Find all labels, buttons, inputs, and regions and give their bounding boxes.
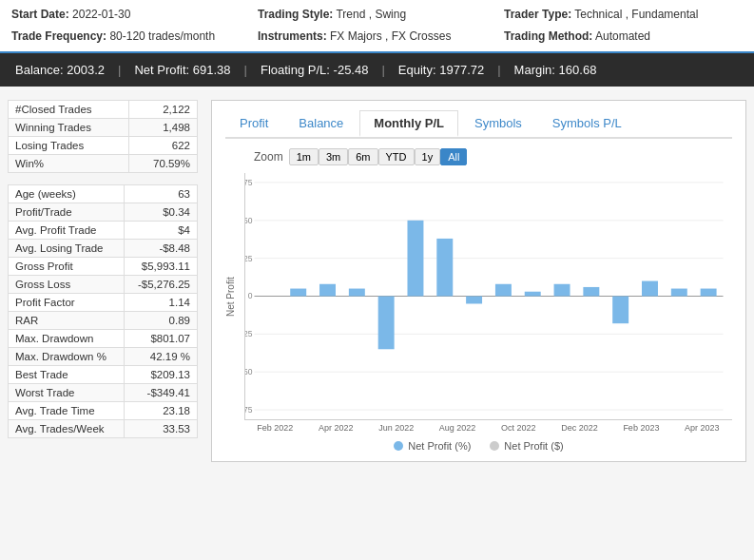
stat-label: #Closed Trades xyxy=(9,101,129,119)
legend-item: Net Profit (%) xyxy=(394,440,471,452)
stat-value: -$5,276.25 xyxy=(124,276,197,294)
x-label: Feb 2023 xyxy=(623,423,659,433)
trading-method-label: Trading Method: xyxy=(504,29,592,43)
bar xyxy=(290,289,306,297)
x-label: Feb 2022 xyxy=(257,423,293,433)
table-row: #Closed Trades2,122 xyxy=(9,101,198,119)
stat-value: -$8.48 xyxy=(124,240,197,258)
stat-label: Avg. Trade Time xyxy=(9,402,125,420)
stat-value: 622 xyxy=(129,137,198,155)
stats-table-2: Age (weeks)63Profit/Trade$0.34Avg. Profi… xyxy=(8,184,198,438)
trading-style-row: Trading Style: Trend , Swing xyxy=(258,6,496,24)
tab-monthly-pl[interactable]: Monthly P/L xyxy=(359,110,458,137)
table-row: Age (weeks)63 xyxy=(9,185,198,203)
bar xyxy=(671,289,687,297)
svg-text:75: 75 xyxy=(245,178,253,187)
margin-label: Margin: xyxy=(514,63,555,77)
equity-value: 1977.72 xyxy=(439,63,484,77)
zoom-btn-1y[interactable]: 1y xyxy=(415,148,441,165)
tabs-container: ProfitBalanceMonthly P/LSymbolsSymbols P… xyxy=(225,110,732,139)
stat-value: 23.18 xyxy=(124,402,197,420)
zoom-btn-ytd[interactable]: YTD xyxy=(378,148,415,165)
legend-item: Net Profit ($) xyxy=(490,440,563,452)
table-row: Gross Profit$5,993.11 xyxy=(9,258,198,276)
table-row: Losing Trades622 xyxy=(9,137,198,155)
chart-container: 7550250-25-50-75 xyxy=(244,173,732,420)
stat-label: Age (weeks) xyxy=(9,185,125,203)
stat-value: 2,122 xyxy=(129,101,198,119)
table-row: Max. Drawdown$801.07 xyxy=(9,330,198,348)
tab-symbols[interactable]: Symbols xyxy=(460,110,536,137)
stat-label: Max. Drawdown % xyxy=(9,348,125,366)
bar xyxy=(495,284,512,297)
chart-svg: 7550250-25-50-75 xyxy=(245,173,732,419)
bar xyxy=(349,289,365,297)
zoom-btn-1m[interactable]: 1m xyxy=(289,148,319,165)
table-row: Avg. Trades/Week33.53 xyxy=(9,420,198,438)
stat-label: Gross Profit xyxy=(9,258,125,276)
table-row: Max. Drawdown %42.19 % xyxy=(9,348,198,366)
bar xyxy=(407,221,423,297)
zoom-btn-all[interactable]: All xyxy=(440,148,467,165)
bar xyxy=(554,284,570,297)
svg-text:-75: -75 xyxy=(245,405,253,415)
stat-label: Max. Drawdown xyxy=(9,330,125,348)
stat-label: Worst Trade xyxy=(9,384,125,402)
table-row: Winning Trades1,498 xyxy=(9,119,198,137)
bar xyxy=(525,292,541,297)
x-label: Jun 2022 xyxy=(378,423,414,433)
stat-value: $0.34 xyxy=(124,203,197,222)
stats-table-1: #Closed Trades2,122Winning Trades1,498Lo… xyxy=(8,100,198,173)
bar xyxy=(378,297,395,350)
stat-label: Best Trade xyxy=(9,366,125,384)
zoom-btn-6m[interactable]: 6m xyxy=(348,148,377,165)
x-label: Oct 2022 xyxy=(501,423,536,433)
stat-label: Win% xyxy=(9,155,129,173)
legend-dot xyxy=(394,441,403,451)
stat-label: Winning Trades xyxy=(9,119,129,137)
bar xyxy=(583,287,599,297)
zoom-btn-3m[interactable]: 3m xyxy=(319,148,348,165)
table-row: Avg. Losing Trade-$8.48 xyxy=(9,240,198,258)
stat-value: 42.19 % xyxy=(124,348,197,366)
stat-value: 1,498 xyxy=(129,119,198,137)
equity-label: Equity: xyxy=(398,63,436,77)
stat-value: $5,993.11 xyxy=(124,258,197,276)
balance-label: Balance: xyxy=(15,63,64,77)
tab-symbols-pl[interactable]: Symbols P/L xyxy=(538,110,636,137)
bar xyxy=(612,297,628,324)
tab-profit[interactable]: Profit xyxy=(225,110,282,137)
floating-pl-label: Floating P/L: xyxy=(261,63,330,77)
trade-frequency-label: Trade Frequency: xyxy=(11,29,106,43)
balance-value: 2003.2 xyxy=(67,63,105,77)
table-row: Best Trade$209.13 xyxy=(9,366,198,384)
svg-text:50: 50 xyxy=(245,216,253,225)
stat-label: Avg. Profit Trade xyxy=(9,222,125,240)
stat-label: Profit/Trade xyxy=(9,203,125,222)
legend: Net Profit (%)Net Profit ($) xyxy=(225,440,732,452)
table-row: Win%70.59% xyxy=(9,155,198,173)
y-axis-label: Net Profit xyxy=(225,173,244,420)
instruments-row: Instruments: FX Majors , FX Crosses xyxy=(258,28,496,46)
instruments-label: Instruments: xyxy=(258,29,327,43)
stat-value: $4 xyxy=(124,222,197,240)
bar xyxy=(466,297,482,304)
trade-frequency-value: 80-120 trades/month xyxy=(109,29,215,43)
svg-text:-25: -25 xyxy=(245,330,253,339)
stat-label: RAR xyxy=(9,312,125,330)
stat-value: 33.53 xyxy=(124,420,197,438)
top-info-section: Start Date: 2022-01-30 Trading Style: Tr… xyxy=(0,0,754,53)
table-row: Avg. Profit Trade$4 xyxy=(9,222,198,240)
trade-frequency-row: Trade Frequency: 80-120 trades/month xyxy=(11,28,250,46)
trading-style-value: Trend , Swing xyxy=(336,8,406,21)
stat-value: 63 xyxy=(124,185,197,203)
trading-style-label: Trading Style: xyxy=(258,8,333,21)
bar xyxy=(701,289,717,297)
stat-label: Profit Factor xyxy=(9,294,125,312)
start-date-value: 2022-01-30 xyxy=(72,8,130,21)
svg-text:-50: -50 xyxy=(245,367,253,377)
chart-area: Net Profit 7550250-25-50-75 xyxy=(225,173,732,420)
tab-balance[interactable]: Balance xyxy=(284,110,358,137)
table-row: Worst Trade-$349.41 xyxy=(9,384,198,402)
table-row: Profit/Trade$0.34 xyxy=(9,203,198,222)
